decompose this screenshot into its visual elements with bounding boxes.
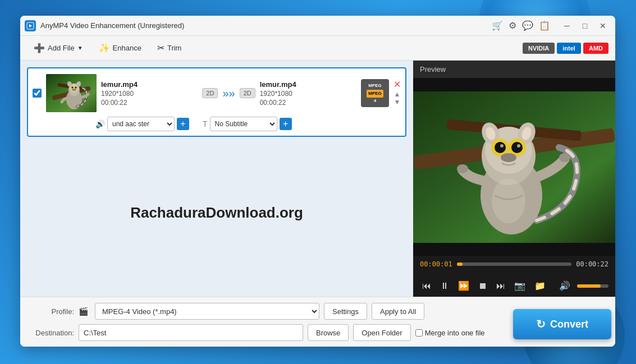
add-file-button[interactable]: ➕ Add File ▼ [27, 40, 90, 56]
nvidia-badge[interactable]: NVIDIA [523, 43, 555, 54]
svg-point-31 [500, 144, 504, 148]
window-title: AnyMP4 Video Enhancement (Unregistered) [40, 21, 492, 30]
audio-select-wrap: 🔊 und aac ster + [95, 117, 189, 131]
convert-icon: ↻ [536, 317, 546, 331]
volume-fill [577, 284, 601, 288]
svg-point-35 [559, 153, 570, 162]
enhance-icon: ✨ [99, 43, 110, 53]
feedback-icon[interactable]: 📋 [539, 20, 550, 31]
cart-icon[interactable]: 🛒 [492, 20, 503, 31]
folder-button[interactable]: 📁 [532, 279, 548, 292]
chat-icon[interactable]: 💬 [522, 20, 533, 31]
trim-button[interactable]: ✂ Trim [150, 40, 189, 56]
preview-panel: Preview [413, 61, 615, 297]
file-thumbnail [46, 74, 97, 112]
audio-icon: 🔊 [95, 119, 105, 128]
file-reorder: ▲ ▼ [394, 90, 401, 107]
convert-button[interactable]: ↻ Convert [513, 309, 611, 339]
file-checkbox[interactable] [33, 89, 42, 98]
add-file-label: Add File [48, 44, 75, 52]
intel-badge[interactable]: intel [557, 43, 581, 54]
enhance-label: Enhance [113, 44, 141, 52]
left-panel: lemur.mp4 1920*1080 00:00:22 2D »» 2D le… [20, 61, 413, 297]
dimension-badge-in: 2D [202, 88, 218, 98]
window-controls: ─ □ ✕ [559, 18, 611, 34]
svg-point-34 [457, 164, 468, 173]
svg-point-36 [492, 178, 525, 223]
gpu-badges: NVIDIA intel AMD [523, 43, 608, 54]
volume-track[interactable] [577, 284, 608, 288]
add-audio-button[interactable]: + [177, 118, 189, 130]
arrow-icon: »» [222, 87, 235, 100]
title-bar: AnyMP4 Video Enhancement (Unregistered) … [20, 16, 615, 36]
svg-point-13 [72, 89, 76, 91]
subtitle-select-wrap: T No Subtitle + [203, 117, 292, 131]
close-button[interactable]: ✕ [595, 18, 611, 34]
destination-input[interactable] [79, 324, 303, 341]
playback-controls: ⏮ ⏸ ⏩ ⏹ ⏭ 📷 📁 🔊 [413, 276, 615, 297]
remove-file-button[interactable]: ✕ [394, 80, 401, 89]
profile-label: Profile: [29, 307, 74, 316]
output-resolution: 1920*1080 [260, 90, 356, 98]
volume-icon: 🔊 [557, 279, 573, 292]
input-duration: 00:00:22 [101, 99, 198, 107]
file-side-actions: ✕ ▲ ▼ [394, 80, 401, 107]
maximize-button[interactable]: □ [577, 18, 593, 34]
time-current: 00:00:01 [420, 260, 452, 268]
main-content: lemur.mp4 1920*1080 00:00:22 2D »» 2D le… [20, 61, 615, 297]
file-sub-row: 🔊 und aac ster + T No Subtitle + [30, 116, 403, 133]
preview-label: Preview [413, 61, 615, 78]
minimize-button[interactable]: ─ [559, 18, 575, 34]
browse-button[interactable]: Browse [308, 324, 349, 341]
apply-to-all-button[interactable]: Apply to All [372, 303, 424, 320]
svg-point-33 [501, 153, 516, 162]
add-subtitle-button[interactable]: + [280, 118, 292, 130]
snapshot-button[interactable]: 📷 [512, 279, 528, 292]
output-duration: 00:00:22 [260, 99, 356, 107]
watermark: RachaduraDownload.org [130, 204, 303, 221]
svg-point-30 [511, 142, 523, 153]
add-file-icon: ➕ [34, 43, 45, 53]
convert-arrows: »» [222, 87, 235, 100]
open-folder-button[interactable]: Open Folder [353, 324, 410, 341]
amd-badge[interactable]: AMD [583, 43, 608, 54]
enhance-button[interactable]: ✨ Enhance [92, 40, 148, 56]
app-icon [25, 20, 36, 31]
title-bar-actions: 🛒 ⚙ 💬 📋 [492, 20, 550, 31]
dimension-badge-out: 2D [240, 88, 255, 98]
subtitle-select[interactable]: No Subtitle [210, 117, 277, 131]
preview-video [413, 78, 615, 256]
fast-forward-button[interactable]: ⏩ [456, 279, 472, 292]
input-resolution: 1920*1080 [101, 90, 198, 98]
audio-track-select[interactable]: und aac ster [107, 117, 175, 131]
file-list: lemur.mp4 1920*1080 00:00:22 2D »» 2D le… [27, 67, 406, 137]
play-pause-button[interactable]: ⏸ [438, 280, 451, 292]
time-total: 00:00:22 [576, 260, 608, 268]
settings-button[interactable]: Settings [324, 303, 367, 320]
go-start-button[interactable]: ⏮ [420, 280, 433, 292]
move-up-button[interactable]: ▲ [394, 90, 401, 98]
profile-select[interactable]: MPEG-4 Video (*.mp4) [95, 303, 319, 320]
merge-label: Merge into one file [425, 329, 485, 337]
destination-label: Destination: [29, 329, 74, 337]
progress-fill [457, 262, 463, 266]
codec-button[interactable]: MPEG MPEG 4 [361, 79, 389, 107]
dropdown-arrow-icon: ▼ [77, 45, 83, 51]
stop-button[interactable]: ⏹ [476, 280, 489, 292]
file-info: lemur.mp4 1920*1080 00:00:22 [101, 80, 198, 107]
move-down-button[interactable]: ▼ [394, 98, 401, 106]
subtitle-icon: T [203, 119, 208, 128]
progress-track[interactable] [457, 262, 571, 266]
trim-label: Trim [167, 44, 182, 52]
merge-option: Merge into one file [415, 329, 485, 337]
svg-point-29 [495, 142, 506, 153]
settings-icon[interactable]: ⚙ [509, 20, 516, 31]
go-end-button[interactable]: ⏭ [494, 280, 507, 292]
trim-icon: ✂ [157, 43, 164, 53]
convert-label: Convert [550, 319, 588, 330]
progress-bar-area: 00:00:01 00:00:22 [413, 256, 615, 276]
file-item: lemur.mp4 1920*1080 00:00:22 2D »» 2D le… [30, 71, 403, 116]
profile-icon: 🎬 [79, 307, 88, 316]
app-window: AnyMP4 Video Enhancement (Unregistered) … [20, 16, 615, 347]
merge-checkbox[interactable] [415, 329, 423, 337]
